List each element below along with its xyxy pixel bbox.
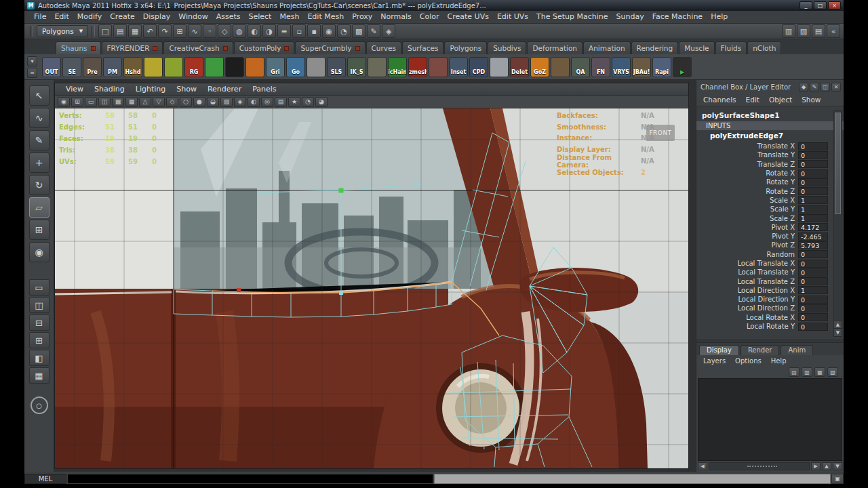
menuset-dropdown[interactable]: Polygons ▼ [37, 25, 88, 37]
status-line-icon[interactable]: ▩ [352, 24, 366, 38]
panel-toolbar-icon[interactable]: ○ [180, 97, 192, 107]
status-line-icon[interactable]: ◉ [322, 24, 336, 38]
layout-shortcut-button[interactable]: ◧ [29, 350, 50, 366]
attribute-value-field[interactable]: 0 [798, 187, 828, 195]
attribute-name[interactable]: Rotate X [696, 169, 798, 177]
minimize-button[interactable]: _ [800, 1, 812, 9]
attribute-name[interactable]: Local Rotate X [696, 314, 798, 321]
panel-menu-item[interactable]: Renderer [202, 85, 247, 94]
layout-shortcut-button[interactable]: ⊟ [29, 314, 50, 331]
panel-toolbar-icon[interactable]: ⊞ [71, 97, 83, 107]
panel-toolbar-icon[interactable]: ★ [288, 97, 300, 107]
shelf-tab[interactable]: SuperCrumbly [295, 41, 365, 54]
layer-toolbar-icon[interactable]: ▥ [802, 367, 812, 377]
status-line-icon[interactable]: ◐ [248, 24, 261, 38]
scroll-down-small-icon[interactable]: ▼ [833, 462, 842, 470]
channel-box-header-icon[interactable]: ◆ [799, 83, 808, 92]
channel-box-menu-item[interactable]: Edit [742, 96, 764, 104]
attribute-value-field[interactable]: 0 [798, 323, 828, 331]
status-line-icon[interactable]: ▦ [128, 24, 142, 38]
status-line-icon[interactable]: □ [98, 24, 112, 38]
panel-toolbar-icon[interactable]: ▨ [220, 97, 233, 107]
attribute-name[interactable]: Translate Z [696, 161, 798, 168]
tool-button[interactable]: ↖ [29, 85, 50, 106]
shelf-tab[interactable]: Deformation [527, 41, 583, 54]
attribute-value-field[interactable]: 1 [798, 196, 828, 204]
layout-shortcut-button[interactable]: ▭ [29, 279, 50, 296]
tool-button[interactable]: ↻ [29, 175, 50, 195]
menu-item[interactable]: File [30, 11, 50, 23]
shelf-button[interactable]: VRYS [612, 57, 631, 77]
layer-editor-tab[interactable]: Anim [781, 345, 813, 355]
attribute-name[interactable]: Random [696, 251, 798, 258]
scroll-up-small-icon[interactable]: ▲ [822, 462, 831, 470]
attribute-value-field[interactable]: 0 [798, 277, 828, 285]
tool-button[interactable]: ◉ [29, 242, 50, 262]
command-language-button[interactable]: MEL [24, 474, 66, 484]
shelf-button[interactable] [225, 57, 244, 77]
panel-toolbar-icon[interactable]: ◇ [166, 97, 178, 107]
maximize-button[interactable]: □ [814, 1, 827, 9]
shape-node-name[interactable]: polySurfaceShape1 [696, 110, 844, 121]
menu-item[interactable]: Display [139, 11, 175, 23]
channel-box-menu-item[interactable]: Channels [699, 96, 741, 104]
tool-button[interactable]: ∿ [29, 108, 50, 128]
status-line-icon[interactable]: ↶ [143, 24, 157, 38]
shelf-button[interactable]: Go [286, 57, 305, 77]
shelf-button[interactable]: GoZ [530, 57, 549, 77]
attribute-name[interactable]: Local Translate X [696, 260, 798, 267]
panel-toolbar-icon[interactable]: △ [139, 97, 151, 107]
menu-item[interactable]: Color [416, 11, 443, 23]
shelf-button[interactable]: QA [571, 57, 590, 77]
panel-toolbar-icon[interactable]: ◔ [302, 97, 314, 107]
attribute-name[interactable]: Rotate Z [696, 188, 798, 195]
panel-toolbar-icon[interactable]: ▩ [112, 97, 124, 107]
shelf-button[interactable]: Gri [266, 57, 285, 77]
shelf-selector-button[interactable]: ▾ [27, 56, 37, 66]
status-line-icon[interactable]: ▪ [307, 24, 321, 38]
panel-toolbar-icon[interactable]: ▭ [85, 97, 97, 107]
layer-editor-menu-item[interactable]: Layers [699, 357, 730, 365]
channel-box-header-icon[interactable]: ✕ [831, 83, 841, 92]
attribute-name[interactable]: Scale Z [696, 215, 798, 222]
shelf-tab[interactable]: Muscle [679, 41, 714, 54]
status-line-icon[interactable]: ◦ [203, 24, 216, 38]
menu-item[interactable]: Normals [376, 11, 416, 23]
attribute-name[interactable]: Local Translate Z [696, 278, 798, 285]
attribute-name[interactable]: Local Rotate Y [696, 323, 798, 330]
attribute-name[interactable]: Pivot X [696, 224, 798, 231]
panel-toolbar-icon[interactable]: ▦ [125, 97, 138, 107]
shelf-tab[interactable]: nCloth [747, 41, 781, 54]
attribute-value-field[interactable]: 0 [798, 250, 828, 258]
input-node-name[interactable]: polyExtrudeEdge7 [696, 131, 844, 142]
attribute-name[interactable]: Local Direction Y [696, 296, 798, 303]
menu-item[interactable]: Edit Mesh [303, 11, 348, 23]
attribute-name[interactable]: Translate X [696, 142, 798, 150]
shelf-tab[interactable]: Animation [583, 41, 631, 54]
attribute-value-field[interactable]: 0 [798, 313, 828, 321]
shelf-button[interactable] [245, 57, 264, 77]
attribute-value-field[interactable]: 0 [798, 142, 828, 150]
menu-item[interactable]: Edit [50, 11, 73, 23]
layer-editor-menu-item[interactable]: Help [767, 357, 791, 365]
sidebar-toggle-icon[interactable]: ▥ [782, 24, 795, 38]
attribute-name[interactable]: Translate Y [696, 151, 798, 159]
menu-item[interactable]: Edit UVs [493, 11, 532, 23]
tool-button[interactable]: ⊞ [29, 220, 50, 240]
menu-item[interactable]: Mesh [275, 11, 303, 23]
panel-toolbar-icon[interactable]: ▽ [153, 97, 165, 107]
layer-toolbar-icon[interactable]: ▧ [827, 367, 838, 377]
shelf-tab[interactable]: Rendering [631, 41, 679, 54]
layout-shortcut-button[interactable]: ◫ [29, 297, 50, 313]
layer-editor-tab[interactable]: Render [741, 345, 780, 355]
shelf-button[interactable] [307, 57, 326, 77]
menu-item[interactable]: Window [174, 11, 212, 23]
shelf-button[interactable]: Rapi [652, 57, 671, 77]
menu-item[interactable]: Modify [73, 11, 106, 23]
xview-button[interactable]: ○ [31, 396, 48, 414]
panel-toolbar-icon[interactable]: ◉ [58, 97, 70, 107]
layer-toolbar-icon[interactable]: ▦ [814, 367, 825, 377]
attribute-name[interactable]: Local Direction Z [696, 304, 798, 312]
channel-box-header-icon[interactable]: ◫ [821, 83, 830, 92]
attribute-value-field[interactable]: 1 [798, 214, 828, 222]
